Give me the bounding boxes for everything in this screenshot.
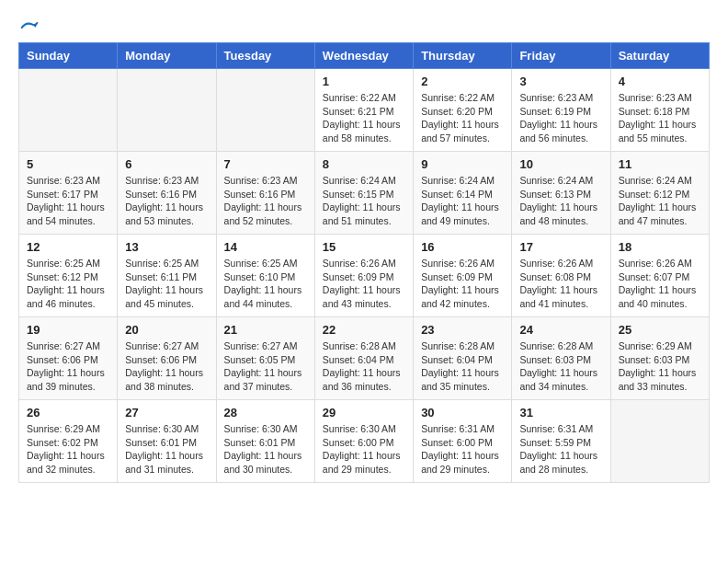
day-info: Sunrise: 6:23 AM Sunset: 6:16 PM Dayligh… [125, 174, 208, 228]
day-info: Sunrise: 6:25 AM Sunset: 6:12 PM Dayligh… [27, 257, 109, 311]
day-number: 28 [224, 406, 307, 419]
calendar-cell: 29Sunrise: 6:30 AM Sunset: 6:00 PM Dayli… [314, 400, 413, 483]
calendar-cell: 8Sunrise: 6:24 AM Sunset: 6:15 PM Daylig… [314, 152, 413, 235]
calendar-header-tuesday: Tuesday [216, 43, 314, 69]
calendar-week-row: 5Sunrise: 6:23 AM Sunset: 6:17 PM Daylig… [19, 152, 710, 235]
day-number: 19 [27, 323, 109, 337]
day-info: Sunrise: 6:28 AM Sunset: 6:04 PM Dayligh… [323, 339, 405, 394]
calendar-cell: 30Sunrise: 6:31 AM Sunset: 6:00 PM Dayli… [414, 400, 512, 483]
calendar-cell: 18Sunrise: 6:26 AM Sunset: 6:07 PM Dayli… [610, 235, 709, 317]
calendar-header-thursday: Thursday [414, 43, 512, 69]
calendar-header-row: SundayMondayTuesdayWednesdayThursdayFrid… [19, 43, 710, 69]
day-number: 5 [27, 157, 109, 171]
calendar-cell: 22Sunrise: 6:28 AM Sunset: 6:04 PM Dayli… [314, 317, 413, 400]
day-number: 21 [224, 323, 307, 337]
calendar-week-row: 1Sunrise: 6:22 AM Sunset: 6:21 PM Daylig… [19, 69, 710, 152]
day-number: 25 [619, 323, 701, 337]
day-info: Sunrise: 6:30 AM Sunset: 6:01 PM Dayligh… [125, 422, 208, 477]
day-number: 23 [421, 323, 504, 337]
calendar-cell: 31Sunrise: 6:31 AM Sunset: 5:59 PM Dayli… [512, 400, 610, 483]
day-number: 6 [125, 157, 208, 171]
calendar-cell: 20Sunrise: 6:27 AM Sunset: 6:06 PM Dayli… [118, 317, 216, 400]
day-number: 29 [323, 406, 405, 419]
day-number: 7 [224, 157, 307, 171]
calendar-header-saturday: Saturday [610, 43, 709, 69]
day-number: 3 [519, 75, 602, 88]
calendar-cell [118, 69, 216, 152]
calendar-cell: 27Sunrise: 6:30 AM Sunset: 6:01 PM Dayli… [118, 400, 216, 483]
day-info: Sunrise: 6:26 AM Sunset: 6:09 PM Dayligh… [323, 257, 405, 311]
day-number: 16 [421, 240, 504, 254]
day-number: 27 [125, 406, 208, 419]
day-info: Sunrise: 6:26 AM Sunset: 6:09 PM Dayligh… [421, 257, 504, 311]
day-number: 26 [27, 406, 109, 419]
day-number: 18 [619, 240, 701, 254]
calendar-week-row: 12Sunrise: 6:25 AM Sunset: 6:12 PM Dayli… [19, 235, 710, 317]
day-number: 12 [27, 240, 109, 254]
day-number: 11 [619, 157, 701, 171]
calendar-cell: 28Sunrise: 6:30 AM Sunset: 6:01 PM Dayli… [216, 400, 314, 483]
calendar-cell: 5Sunrise: 6:23 AM Sunset: 6:17 PM Daylig… [19, 152, 118, 235]
day-info: Sunrise: 6:30 AM Sunset: 6:00 PM Dayligh… [323, 422, 405, 477]
calendar-header-wednesday: Wednesday [314, 43, 413, 69]
calendar-cell: 15Sunrise: 6:26 AM Sunset: 6:09 PM Dayli… [314, 235, 413, 317]
day-number: 13 [125, 240, 208, 254]
day-info: Sunrise: 6:25 AM Sunset: 6:11 PM Dayligh… [125, 257, 208, 311]
calendar-header-sunday: Sunday [19, 43, 118, 69]
calendar-cell: 13Sunrise: 6:25 AM Sunset: 6:11 PM Dayli… [118, 235, 216, 317]
day-info: Sunrise: 6:29 AM Sunset: 6:02 PM Dayligh… [27, 422, 109, 477]
calendar-cell: 6Sunrise: 6:23 AM Sunset: 6:16 PM Daylig… [118, 152, 216, 235]
calendar-cell: 21Sunrise: 6:27 AM Sunset: 6:05 PM Dayli… [216, 317, 314, 400]
day-number: 8 [323, 157, 405, 171]
day-number: 14 [224, 240, 307, 254]
calendar-cell: 1Sunrise: 6:22 AM Sunset: 6:21 PM Daylig… [314, 69, 413, 152]
calendar-cell: 7Sunrise: 6:23 AM Sunset: 6:16 PM Daylig… [216, 152, 314, 235]
day-info: Sunrise: 6:23 AM Sunset: 6:17 PM Dayligh… [27, 174, 109, 228]
day-info: Sunrise: 6:31 AM Sunset: 5:59 PM Dayligh… [519, 422, 602, 477]
day-number: 24 [519, 323, 602, 337]
calendar-cell: 2Sunrise: 6:22 AM Sunset: 6:20 PM Daylig… [414, 69, 512, 152]
calendar-cell: 9Sunrise: 6:24 AM Sunset: 6:14 PM Daylig… [414, 152, 512, 235]
day-number: 9 [421, 157, 504, 171]
calendar-cell: 17Sunrise: 6:26 AM Sunset: 6:08 PM Dayli… [512, 235, 610, 317]
day-info: Sunrise: 6:23 AM Sunset: 6:16 PM Dayligh… [224, 174, 307, 228]
calendar-cell: 24Sunrise: 6:28 AM Sunset: 6:03 PM Dayli… [512, 317, 610, 400]
day-number: 31 [519, 406, 602, 419]
day-info: Sunrise: 6:26 AM Sunset: 6:07 PM Dayligh… [619, 257, 701, 311]
calendar-cell: 3Sunrise: 6:23 AM Sunset: 6:19 PM Daylig… [512, 69, 610, 152]
calendar-cell: 26Sunrise: 6:29 AM Sunset: 6:02 PM Dayli… [19, 400, 118, 483]
calendar-cell: 10Sunrise: 6:24 AM Sunset: 6:13 PM Dayli… [512, 152, 610, 235]
day-info: Sunrise: 6:24 AM Sunset: 6:13 PM Dayligh… [519, 174, 602, 228]
day-info: Sunrise: 6:23 AM Sunset: 6:19 PM Dayligh… [519, 91, 602, 145]
calendar-cell: 16Sunrise: 6:26 AM Sunset: 6:09 PM Dayli… [414, 235, 512, 317]
day-number: 15 [323, 240, 405, 254]
day-info: Sunrise: 6:28 AM Sunset: 6:04 PM Dayligh… [421, 339, 504, 394]
calendar-cell [216, 69, 314, 152]
calendar-cell: 11Sunrise: 6:24 AM Sunset: 6:12 PM Dayli… [610, 152, 709, 235]
day-info: Sunrise: 6:24 AM Sunset: 6:14 PM Dayligh… [421, 174, 504, 228]
day-info: Sunrise: 6:29 AM Sunset: 6:03 PM Dayligh… [619, 339, 701, 394]
day-info: Sunrise: 6:27 AM Sunset: 6:05 PM Dayligh… [224, 339, 307, 394]
calendar-cell: 12Sunrise: 6:25 AM Sunset: 6:12 PM Dayli… [19, 235, 118, 317]
logo-icon [20, 18, 39, 37]
day-info: Sunrise: 6:31 AM Sunset: 6:00 PM Dayligh… [421, 422, 504, 477]
day-info: Sunrise: 6:28 AM Sunset: 6:03 PM Dayligh… [519, 339, 602, 394]
day-info: Sunrise: 6:27 AM Sunset: 6:06 PM Dayligh… [27, 339, 109, 394]
day-number: 17 [519, 240, 602, 254]
day-number: 4 [619, 75, 701, 88]
day-number: 22 [323, 323, 405, 337]
calendar-cell [610, 400, 709, 483]
calendar-header-friday: Friday [512, 43, 610, 69]
calendar-week-row: 26Sunrise: 6:29 AM Sunset: 6:02 PM Dayli… [19, 400, 710, 483]
calendar-header-monday: Monday [118, 43, 216, 69]
day-info: Sunrise: 6:22 AM Sunset: 6:21 PM Dayligh… [323, 91, 405, 145]
day-number: 30 [421, 406, 504, 419]
day-info: Sunrise: 6:26 AM Sunset: 6:08 PM Dayligh… [519, 257, 602, 311]
day-number: 2 [421, 75, 504, 88]
day-info: Sunrise: 6:27 AM Sunset: 6:06 PM Dayligh… [125, 339, 208, 394]
day-number: 1 [323, 75, 405, 88]
logo [18, 18, 39, 33]
calendar-cell: 25Sunrise: 6:29 AM Sunset: 6:03 PM Dayli… [610, 317, 709, 400]
day-info: Sunrise: 6:22 AM Sunset: 6:20 PM Dayligh… [421, 91, 504, 145]
page-header [18, 18, 710, 33]
